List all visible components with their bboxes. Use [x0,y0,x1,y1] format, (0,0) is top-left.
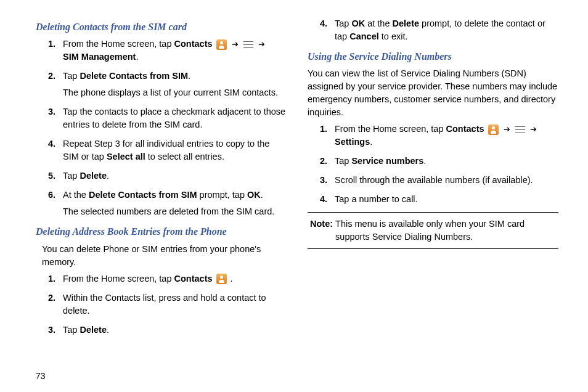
text: Tap [63,71,80,81]
step-number: 2. [36,292,63,317]
arrow-icon: ➔ [530,124,537,136]
note-label: Note: [310,218,335,243]
contacts-icon [488,125,499,135]
sub-text: The selected numbers are deleted from th… [63,205,287,218]
step-number: 3. [36,105,63,131]
section-intro: You can view the list of Service Dialing… [308,67,558,119]
steps-deleting-sim: 1. From the Home screen, tap Contacts ➔ … [36,38,287,218]
bold-text: Cancel [349,31,379,41]
step-item: 1. From the Home screen, tap Contacts . [36,272,287,285]
step-item: 2. Tap Service numbers. [308,155,558,168]
step-body: Tap a number to call. [335,193,558,206]
left-column: Deleting Contacts from the SIM card 1. F… [36,17,287,343]
step-number: 4. [308,193,335,206]
text: at the [365,18,392,28]
menu-icon [515,126,525,133]
step-body: Within the Contacts list, press and hold… [63,292,287,317]
contacts-icon [216,274,227,284]
section-title-service-dialing: Using the Service Dialing Numbers [308,49,558,63]
step-item: 4. Repeat Step 3 for all individual entr… [36,137,287,163]
steps-deleting-address-book: 1. From the Home screen, tap Contacts . … [36,272,287,337]
bold-text: Delete Contacts from SIM [80,71,188,81]
text: From the Home screen, tap [335,124,446,134]
bold-text: Delete [80,171,107,181]
sub-text: The phone displays a list of your curren… [63,86,287,99]
bold-text: OK [351,18,365,28]
contacts-icon [216,39,227,50]
text: prompt, tap [197,190,247,200]
arrow-icon: ➔ [258,39,265,51]
step-body: From the Home screen, tap Contacts ➔ ➔ S… [63,38,287,63]
step-item: 3. Scroll through the available numbers … [308,174,558,187]
step-body: Repeat Step 3 for all individual entries… [63,137,287,163]
step-body: From the Home screen, tap Contacts ➔ ➔ S… [335,123,558,149]
step-item: 6. At the Delete Contacts from SIM promp… [36,189,287,218]
step-item: 1. From the Home screen, tap Contacts ➔ … [36,38,287,63]
step-number: 2. [308,155,335,168]
note-text: This menu is available only when your SI… [335,218,556,243]
bold-text: Service numbers [351,156,423,166]
step-item: 4. Tap OK at the Delete prompt, to delet… [308,17,558,43]
arrow-icon: ➔ [504,124,510,136]
note-block: Note: This menu is available only when y… [308,212,558,249]
step-number: 6. [36,189,63,218]
step-body: Scroll through the available numbers (if… [335,174,558,187]
step-body: Tap Delete Contacts from SIM. The phone … [63,70,287,99]
step-item: 3. Tap Delete. [36,324,287,337]
right-column: 4. Tap OK at the Delete prompt, to delet… [308,17,558,343]
step-number: 2. [36,70,63,99]
step-item: 2. Tap Delete Contacts from SIM. The pho… [36,70,287,99]
section-intro: You can delete Phone or SIM entries from… [42,243,287,269]
bold-text: Contacts [174,274,213,284]
step-number: 4. [308,17,335,43]
step-body: Tap OK at the Delete prompt, to delete t… [335,17,558,43]
step-body: Tap the contacts to place a checkmark ad… [63,105,287,131]
step-number: 4. [36,137,63,163]
step-item: 4. Tap a number to call. [308,193,558,206]
bold-text: Contacts [174,39,213,49]
step-number: 3. [36,324,63,337]
bold-text: Contacts [446,124,484,134]
text: Tap [63,325,80,335]
bold-text: OK [247,190,261,200]
steps-service-dialing: 1. From the Home screen, tap Contacts ➔ … [308,123,558,206]
text: to exit. [379,31,408,41]
step-number: 1. [308,123,335,149]
step-item: 2. Within the Contacts list, press and h… [36,292,287,317]
text: to select all entries. [145,152,224,161]
bold-text: Delete [393,18,420,28]
steps-continued: 4. Tap OK at the Delete prompt, to delet… [308,17,558,43]
bold-text: Settings [335,137,370,147]
bold-text: Delete Contacts from SIM [89,190,197,200]
step-item: 3. Tap the contacts to place a checkmark… [36,105,287,131]
step-number: 1. [36,272,63,285]
menu-icon [243,41,253,48]
text: Tap [335,18,351,28]
step-number: 1. [36,38,63,63]
step-body: At the Delete Contacts from SIM prompt, … [63,189,287,218]
step-body: Tap Service numbers. [335,155,558,168]
text: From the Home screen, tap [63,39,174,49]
arrow-icon: ➔ [232,39,239,51]
step-item: 5. Tap Delete. [36,169,287,182]
step-body: Tap Delete. [63,169,287,182]
step-body: From the Home screen, tap Contacts . [63,272,287,285]
text: From the Home screen, tap [63,274,174,284]
section-title-deleting-address-book: Deleting Address Book Entries from the P… [36,224,287,239]
bold-text: Select all [107,152,145,161]
text: Tap [63,171,80,181]
page-number: 73 [36,370,46,382]
text: At the [63,190,89,200]
section-title-deleting-sim: Deleting Contacts from the SIM card [36,20,287,34]
step-item: 1. From the Home screen, tap Contacts ➔ … [308,123,558,149]
step-number: 3. [308,174,335,187]
step-number: 5. [36,169,63,182]
two-column-layout: Deleting Contacts from the SIM card 1. F… [36,17,558,343]
bold-text: SIM Management [63,52,136,62]
bold-text: Delete [80,325,107,335]
text: Tap [335,156,351,166]
step-body: Tap Delete. [63,324,287,337]
